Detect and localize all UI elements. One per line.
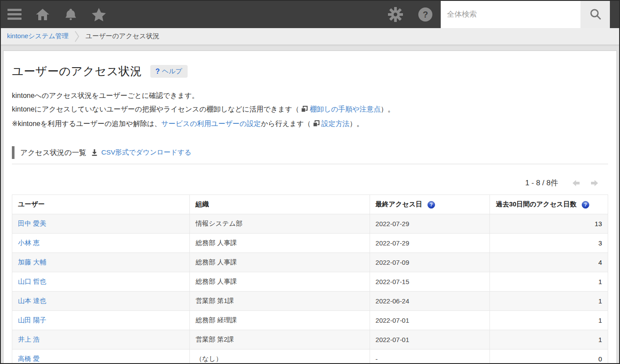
cell-user: 山本 達也 [12, 292, 190, 311]
section-header: アクセス状況の一覧 CSV形式でダウンロードする [12, 146, 608, 164]
cell-user: 小林 恵 [12, 234, 190, 253]
cell-access-days: 13 [490, 214, 608, 234]
cell-last-access: 2022-07-15 [370, 272, 490, 292]
cell-user: 加藤 大輔 [12, 253, 190, 272]
prev-page-icon[interactable] [571, 179, 580, 187]
cell-access-days: 1 [490, 272, 608, 292]
pagination-label: 1 - 8 / 8件 [525, 178, 558, 188]
cell-last-access: 2022-07-29 [370, 234, 490, 253]
description-text: ）。 [381, 105, 395, 113]
csv-download-link[interactable]: CSV形式でダウンロードする [101, 148, 191, 157]
user-link[interactable]: 山口 哲也 [18, 278, 46, 285]
page-title: ユーザーのアクセス状況 [12, 64, 142, 79]
user-link[interactable]: 山本 達也 [18, 297, 46, 304]
app-window: ? kintoneシステム管理 ユーザーのアクセス状況 ユーザーのアクセス状況 … [0, 0, 620, 364]
cell-org: 総務部 人事課 [190, 253, 370, 272]
next-page-icon[interactable] [591, 179, 599, 187]
help-button-label: ヘルプ [162, 67, 182, 76]
breadcrumb-parent-link[interactable]: kintoneシステム管理 [7, 32, 69, 40]
table-row: 加藤 大輔 総務部 人事課 2022-07-09 4 [12, 253, 608, 272]
column-header-org: 組織 [190, 195, 370, 214]
description-text: kintoneにアクセスしていないユーザーの把握やライセンスの棚卸しなどに活用で… [12, 105, 299, 113]
breadcrumb-chevron-icon [75, 30, 80, 43]
table-row: 山本 達也 営業部 第1課 2022-06-24 1 [12, 292, 608, 311]
cell-user: 田中 愛美 [12, 214, 190, 234]
gear-icon[interactable] [387, 6, 404, 23]
header-right-icons: ? [387, 6, 434, 23]
table-row: 山田 陽子 総務部 経理課 2022-07-01 1 [12, 311, 608, 330]
inventory-guide-link[interactable]: 棚卸しの手順や注意点 [310, 105, 381, 113]
section-accent-bar [12, 146, 15, 159]
table-row: 田中 愛美 情報システム部 2022-07-29 13 [12, 214, 608, 234]
table-row: 井上 浩 営業部 第2課 2022-07-01 1 [12, 330, 608, 350]
cell-access-days: 1 [490, 311, 608, 330]
description-text: ※kintoneを利用するユーザーの追加や解除は、 [12, 120, 161, 127]
table-row: 高橋 愛 （なし） - 0 [12, 350, 608, 364]
title-row: ユーザーのアクセス状況 ? ヘルプ [12, 64, 608, 79]
column-header-label: 組織 [196, 200, 209, 208]
service-user-settings-link[interactable]: サービスの利用ユーザーの設定 [161, 120, 261, 127]
user-link[interactable]: 田中 愛美 [18, 220, 46, 227]
search-input[interactable] [441, 1, 580, 28]
notification-bell-icon[interactable] [62, 6, 79, 23]
content-panel: ユーザーのアクセス状況 ? ヘルプ kintoneへのアクセス状況をユーザーごと… [3, 50, 617, 364]
download-icon [91, 149, 98, 156]
cell-last-access: 2022-07-09 [370, 253, 490, 272]
description-text: ）。 [350, 120, 364, 127]
star-icon[interactable] [91, 6, 107, 23]
cell-access-days: 3 [490, 234, 608, 253]
cell-org: 総務部 人事課 [190, 234, 370, 253]
cell-last-access: 2022-07-29 [370, 214, 490, 234]
cell-org: 営業部 第1課 [190, 292, 370, 311]
column-header-access-days: 過去30日間のアクセス日数? [490, 195, 608, 214]
user-link[interactable]: 井上 浩 [18, 335, 40, 343]
cell-org: 総務部 人事課 [190, 272, 370, 292]
cell-last-access: 2022-07-01 [370, 330, 490, 350]
help-bubble-icon[interactable]: ? [582, 201, 589, 209]
svg-text:?: ? [423, 10, 428, 19]
header-left-icons [6, 6, 107, 23]
table-row: 小林 恵 総務部 人事課 2022-07-29 3 [12, 234, 608, 253]
user-link[interactable]: 小林 恵 [18, 239, 40, 246]
help-question-icon: ? [156, 68, 160, 76]
description-line-2: kintoneにアクセスしていないユーザーの把握やライセンスの棚卸しなどに活用で… [12, 102, 608, 117]
breadcrumb: kintoneシステム管理 ユーザーのアクセス状況 [1, 28, 619, 45]
cell-user: 井上 浩 [12, 330, 190, 350]
help-button[interactable]: ? ヘルプ [150, 65, 188, 78]
cell-access-days: 0 [490, 350, 608, 364]
description-line-3: ※kintoneを利用するユーザーの追加や解除は、サービスの利用ユーザーの設定か… [12, 117, 608, 131]
cell-user: 山田 陽子 [12, 311, 190, 330]
cell-user: 山口 哲也 [12, 272, 190, 292]
home-icon[interactable] [34, 6, 51, 23]
access-status-table: ユーザー 組織 最終アクセス日? 過去30日間のアクセス日数? 田中 愛美 情報… [12, 195, 608, 364]
global-search [441, 1, 610, 28]
page-description: kintoneへのアクセス状況をユーザーごとに確認できます。 kintoneにア… [12, 89, 608, 131]
user-link[interactable]: 高橋 愛 [18, 355, 40, 362]
search-button[interactable] [580, 1, 610, 28]
cell-access-days: 1 [490, 292, 608, 311]
user-link[interactable]: 山田 陽子 [18, 316, 46, 324]
settings-guide-link[interactable]: 設定方法 [322, 120, 350, 127]
column-header-label: 過去30日間のアクセス日数 [496, 200, 576, 208]
external-link-icon [313, 118, 319, 131]
help-bubble-icon[interactable]: ? [428, 201, 435, 209]
cell-org: 情報システム部 [190, 214, 370, 234]
pagination-arrows [571, 179, 599, 187]
external-link-icon [301, 103, 308, 117]
hamburger-menu-icon[interactable] [6, 6, 23, 23]
help-circle-icon[interactable]: ? [417, 6, 434, 23]
cell-last-access: 2022-07-01 [370, 311, 490, 330]
cell-last-access: - [370, 350, 490, 364]
table-header-row: ユーザー 組織 最終アクセス日? 過去30日間のアクセス日数? [12, 195, 608, 214]
column-header-user: ユーザー [12, 195, 190, 214]
cell-last-access: 2022-06-24 [370, 292, 490, 311]
user-link[interactable]: 加藤 大輔 [18, 258, 46, 266]
column-header-label: 最終アクセス日 [376, 200, 422, 208]
table-row: 山口 哲也 総務部 人事課 2022-07-15 1 [12, 272, 608, 292]
section-title: アクセス状況の一覧 [20, 148, 86, 158]
column-header-label: ユーザー [18, 200, 45, 208]
page-background: ユーザーのアクセス状況 ? ヘルプ kintoneへのアクセス状況をユーザーごと… [1, 45, 619, 364]
column-header-last-access: 最終アクセス日? [370, 195, 490, 214]
description-text: から行えます（ [261, 120, 311, 127]
cell-org: 総務部 経理課 [190, 311, 370, 330]
